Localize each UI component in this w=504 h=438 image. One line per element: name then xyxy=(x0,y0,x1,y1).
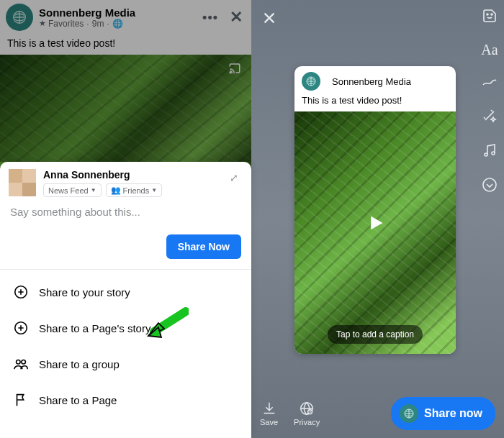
save-label: Save xyxy=(260,418,278,426)
share-sheet-header: Anna Sonnenberg News Feed ▼ 👥 Friends ▼ … xyxy=(0,162,251,203)
share-now-button[interactable]: Share Now xyxy=(166,234,241,259)
svg-point-4 xyxy=(17,360,20,365)
story-post-text: This is a test video post! xyxy=(294,93,456,111)
audience-friends-label: Friends xyxy=(123,186,150,195)
story-card-header: Sonnenberg Media xyxy=(294,66,456,93)
close-icon[interactable] xyxy=(261,10,277,29)
chevron-down-icon: ▼ xyxy=(91,187,96,193)
text-icon[interactable]: Aa xyxy=(481,42,498,58)
svg-point-10 xyxy=(483,178,496,191)
flag-icon xyxy=(13,392,29,408)
page-name: Sonnenberg Media xyxy=(332,76,411,87)
option-share-page[interactable]: Share to a Page xyxy=(0,382,251,418)
story-preview-card[interactable]: Sonnenberg Media This is a test video po… xyxy=(294,66,456,354)
option-label: Share to a Page's story xyxy=(39,322,150,334)
post-meta: ★ Favorites · 9m · 🌐 xyxy=(39,19,135,29)
option-share-your-story[interactable]: Share to your story xyxy=(0,274,251,310)
story-tool-rail: Aa xyxy=(475,7,504,196)
post-header-info: Sonnenberg Media ★ Favorites · 9m · 🌐 xyxy=(39,6,135,29)
share-options-list: Share to your story Share to a Page's st… xyxy=(0,270,251,438)
plus-circle-icon xyxy=(13,284,29,300)
chevron-down-icon: ▼ xyxy=(151,187,157,193)
effects-icon[interactable] xyxy=(481,107,498,127)
post-age: 9m xyxy=(92,19,104,29)
share-now-button[interactable]: Share now xyxy=(391,397,495,430)
feed-pane: Sonnenberg Media ★ Favorites · 9m · 🌐 ••… xyxy=(0,0,251,438)
music-icon[interactable] xyxy=(481,142,498,162)
story-editor-pane: Aa Sonnenberg Media This is a test video… xyxy=(251,0,504,438)
share-now-label: Share now xyxy=(424,407,482,420)
expand-icon[interactable]: ⤢ xyxy=(225,169,243,197)
svg-point-8 xyxy=(485,153,487,156)
save-button[interactable]: Save xyxy=(260,401,278,426)
user-avatar[interactable] xyxy=(9,169,36,196)
page-avatar[interactable] xyxy=(6,4,33,31)
post-header: Sonnenberg Media ★ Favorites · 9m · 🌐 ••… xyxy=(0,0,251,35)
share-sheet: Anna Sonnenberg News Feed ▼ 👥 Friends ▼ … xyxy=(0,162,251,438)
option-label: Share to your story xyxy=(39,286,130,298)
story-bottom-bar: Save Privacy Share now xyxy=(251,389,504,438)
svg-point-5 xyxy=(22,360,25,365)
svg-point-6 xyxy=(487,14,488,15)
more-tools-icon[interactable] xyxy=(481,176,498,196)
option-label: Share to a group xyxy=(39,358,120,370)
page-avatar-mini xyxy=(400,404,418,423)
option-share-group[interactable]: Share to a group xyxy=(0,346,251,382)
star-icon: ★ xyxy=(39,19,46,28)
close-icon[interactable]: ✕ xyxy=(230,8,243,27)
share-caption-input[interactable]: Say something about this... xyxy=(0,203,251,234)
svg-point-9 xyxy=(492,152,495,155)
story-media[interactable]: Tap to add a caption xyxy=(294,111,456,354)
favorites-label: Favorites xyxy=(48,19,84,29)
option-share-page-story[interactable]: Share to a Page's story xyxy=(0,310,251,346)
plus-circle-icon xyxy=(13,320,29,336)
more-icon[interactable]: ••• xyxy=(202,10,218,25)
caption-prompt[interactable]: Tap to add a caption xyxy=(328,325,423,344)
audience-newsfeed-label: News Feed xyxy=(48,186,89,195)
svg-point-7 xyxy=(491,14,492,15)
option-label: Share to a Page xyxy=(39,394,117,406)
user-name[interactable]: Anna Sonnenberg xyxy=(43,169,225,181)
audience-friends-dropdown[interactable]: 👥 Friends ▼ xyxy=(106,183,163,197)
page-avatar xyxy=(302,72,320,91)
globe-icon: 🌐 xyxy=(112,19,123,29)
draw-icon[interactable] xyxy=(481,73,498,93)
post-video[interactable] xyxy=(0,55,251,170)
audience-newsfeed-dropdown[interactable]: News Feed ▼ xyxy=(43,183,102,197)
page-name[interactable]: Sonnenberg Media xyxy=(39,6,135,19)
privacy-label: Privacy xyxy=(294,418,320,426)
cast-icon[interactable] xyxy=(227,62,243,78)
post-text: This is a test video post! xyxy=(0,35,251,55)
sticker-icon[interactable] xyxy=(481,7,498,27)
play-icon[interactable] xyxy=(365,213,385,233)
friends-icon: 👥 xyxy=(111,186,121,195)
privacy-button[interactable]: Privacy xyxy=(294,401,320,426)
svg-point-1 xyxy=(230,72,231,73)
group-icon xyxy=(13,356,29,372)
